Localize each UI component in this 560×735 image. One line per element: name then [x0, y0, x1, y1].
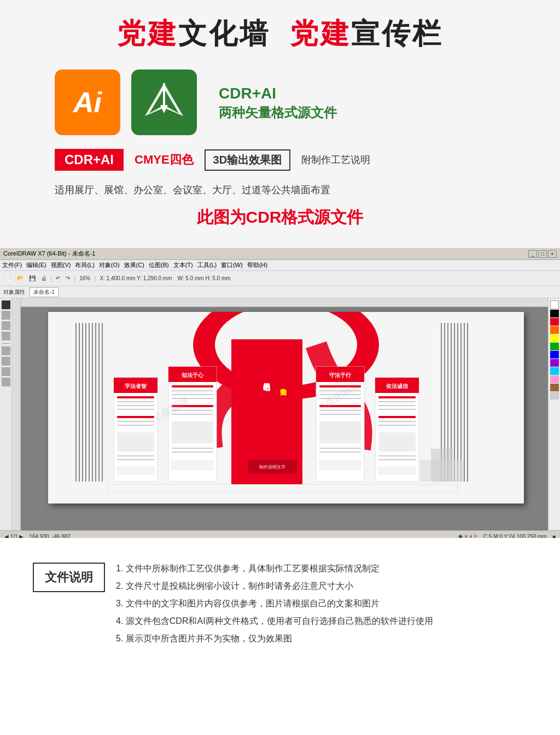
toolbar-sep2: | [74, 275, 75, 282]
menu-help[interactable]: 帮助(H) [247, 261, 267, 269]
svg-rect-46 [172, 398, 213, 399]
menu-file[interactable]: 文件(F) [2, 261, 22, 269]
tool-rect[interactable] [2, 346, 10, 355]
svg-text:制作说明文字: 制作说明文字 [259, 465, 285, 470]
status-page: ◀ 1/1 ▶ [4, 534, 24, 538]
svg-rect-7 [82, 323, 83, 482]
color-purple[interactable] [550, 359, 559, 367]
menu-edit[interactable]: 编辑(E) [26, 261, 46, 269]
svg-rect-6 [79, 323, 80, 482]
svg-rect-21 [464, 323, 465, 482]
color-palette [548, 298, 560, 530]
svg-rect-82 [378, 425, 416, 426]
svg-text:字法者智: 字法者智 [125, 383, 147, 389]
color-brown[interactable] [550, 384, 559, 391]
cdr-icon-svg [139, 78, 189, 127]
svg-rect-37 [117, 455, 154, 456]
color-yellow[interactable] [550, 334, 559, 342]
ruler-top [21, 298, 548, 307]
left-toolbox [0, 298, 12, 530]
ruler-left [12, 298, 21, 530]
svg-rect-44 [172, 390, 213, 391]
color-cyan[interactable] [550, 367, 559, 375]
note-item-4: 4. 源文件包含CDR和AI两种文件格式，使用者可自行选择自己熟悉的软件进行使用 [116, 612, 527, 630]
tool-node[interactable] [2, 311, 10, 320]
toolbar-size: W: 5.0 mm H: 5.0 mm [176, 275, 232, 282]
svg-rect-62 [319, 385, 361, 387]
format-line1: CDR+AI [219, 84, 337, 103]
svg-rect-70 [319, 448, 361, 449]
svg-rect-22 [467, 323, 468, 482]
svg-rect-32 [117, 409, 154, 410]
win-close[interactable]: × [548, 250, 557, 258]
note-item-2: 2. 文件尺寸是投稿比例缩小设计，制作时请务必注意尺寸大小 [116, 577, 527, 595]
color-green[interactable] [550, 343, 559, 350]
tag-cmye: CMYE四色 [135, 152, 194, 168]
svg-rect-80 [378, 416, 416, 418]
svg-rect-73 [375, 378, 419, 482]
note-item-1: 1. 文件中所标制作工艺仅供参考，具体制作工艺要根据实际情况制定 [116, 560, 527, 577]
statusbar: ◀ 1/1 ▶ 164.930, -46.882 ◈ × ×上 C:5 M:0 … [0, 530, 560, 538]
tab-unnamed[interactable]: 未命名-1 [30, 287, 59, 297]
toolbar-save[interactable]: 💾 [27, 275, 37, 282]
svg-marker-3 [160, 105, 168, 113]
svg-rect-5 [75, 323, 77, 482]
tab-layers[interactable]: 对象属性 [3, 288, 25, 296]
menu-view[interactable]: 视图(V) [51, 261, 71, 269]
tool-ellipse[interactable] [2, 357, 10, 366]
svg-rect-29 [117, 396, 154, 398]
color-white[interactable] [550, 300, 559, 309]
win-menubar: 文件(F) 编辑(E) 视图(V) 布局(L) 对象(O) 效果(C) 位图(B… [0, 260, 560, 271]
toolbar-open[interactable]: 📂 [15, 275, 25, 282]
canvas-area: ☭ 字法者智 [21, 298, 548, 530]
cdr-notice-text: 此图为CDR格式源文件 [197, 208, 364, 226]
tool-select[interactable] [2, 300, 10, 309]
svg-text:守法于行: 守法于行 [329, 372, 352, 378]
menu-tools[interactable]: 工具(L) [197, 261, 217, 269]
format-line2: 两种矢量格式源文件 [219, 104, 337, 121]
svg-rect-11 [95, 323, 96, 482]
cdr-window: CoreIDRAW X7 (64-Bit) - 未命名-1 _ □ × 文件(F… [0, 248, 560, 538]
toolbar-redo[interactable]: ↷ [64, 275, 72, 282]
toolbar-print[interactable]: 🖨 [39, 275, 48, 282]
color-red[interactable] [550, 318, 559, 326]
tool-poly[interactable] [2, 367, 10, 376]
menu-text[interactable]: 文本(T) [173, 261, 193, 269]
menu-window[interactable]: 窗口(W) [221, 261, 243, 269]
toolbar-sep1: | [50, 275, 52, 282]
menu-layout[interactable]: 布局(L) [75, 261, 94, 269]
menu-effect[interactable]: 效果(C) [124, 261, 144, 269]
canvas: ☭ 字法者智 [48, 312, 524, 503]
svg-rect-50 [172, 421, 213, 443]
win-titlebar: CoreIDRAW X7 (64-Bit) - 未命名-1 _ □ × [0, 248, 560, 260]
toolbar-sep3: | [94, 275, 96, 282]
color-orange[interactable] [550, 326, 559, 334]
svg-rect-76 [378, 396, 416, 398]
status-right-info: ■ [552, 534, 556, 538]
svg-rect-33 [117, 416, 154, 418]
color-gray[interactable] [550, 392, 559, 400]
toolbar-undo[interactable]: ↶ [54, 275, 62, 282]
menu-bitmap[interactable]: 位图(B) [149, 261, 169, 269]
main-title: 党建文化墙 党建宣传栏 [11, 16, 549, 50]
tool-zoom[interactable] [2, 332, 10, 340]
color-black[interactable] [550, 310, 559, 317]
toolbar-new[interactable]: 📄 [3, 275, 13, 282]
tool-text[interactable] [2, 378, 10, 386]
svg-rect-84 [378, 455, 416, 456]
svg-rect-83 [378, 432, 416, 452]
color-blue[interactable] [550, 351, 559, 358]
win-restore[interactable]: □ [538, 250, 547, 258]
toolbar-coords: X: 1,400.0 mm Y: 1,290.0 mm [98, 275, 173, 282]
tool-pan[interactable] [2, 321, 10, 330]
ai-icon: Ai [55, 70, 120, 135]
svg-rect-71 [319, 452, 361, 453]
toolbar-zoom-val: 16% [78, 275, 92, 282]
title-red-2: 党建 [290, 18, 351, 49]
menu-object[interactable]: 对象(O) [99, 261, 120, 269]
tag-cdr-ai: CDR+AI [55, 149, 124, 171]
svg-rect-34 [117, 421, 154, 422]
status-coords: 164.930, -46.882 [29, 534, 71, 538]
win-minimize[interactable]: _ [528, 250, 537, 258]
color-pink[interactable] [550, 375, 559, 383]
